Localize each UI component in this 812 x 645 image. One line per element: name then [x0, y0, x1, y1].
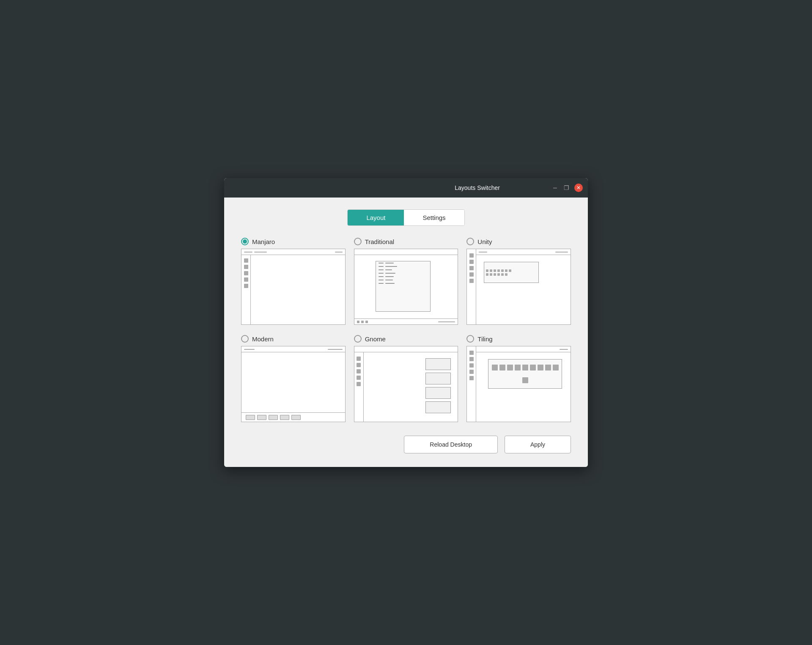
preview-traditional — [354, 249, 458, 325]
preview-traditional-topbar — [354, 249, 458, 255]
layout-name-manjaro: Manjaro — [252, 238, 275, 245]
layout-item-gnome[interactable]: Gnome — [354, 335, 458, 422]
preview-gnome-leftdock — [354, 352, 364, 422]
radio-modern[interactable] — [241, 335, 249, 343]
preview-tiling — [466, 346, 571, 422]
layout-name-traditional: Traditional — [365, 238, 394, 245]
preview-manjaro-topbar — [241, 249, 345, 255]
layout-name-modern: Modern — [252, 335, 274, 343]
tab-settings[interactable]: Settings — [404, 210, 464, 225]
apply-button[interactable]: Apply — [505, 436, 571, 453]
preview-gnome-topbar — [354, 346, 458, 352]
preview-manjaro-leftpanel — [241, 255, 251, 324]
preview-traditional-windowbox — [376, 261, 431, 312]
layout-label-manjaro: Manjaro — [241, 238, 346, 245]
window-title: Layouts Switcher — [403, 184, 551, 191]
tab-bar: Layout Settings — [241, 209, 571, 226]
maximize-button[interactable]: ❐ — [562, 184, 571, 191]
layout-name-tiling: Tiling — [477, 335, 492, 343]
preview-traditional-bottombar — [354, 318, 458, 324]
layout-name-unity: Unity — [477, 238, 492, 245]
preview-modern — [241, 346, 346, 422]
preview-unity-panelbox — [484, 262, 539, 283]
preview-gnome-windows — [425, 358, 451, 413]
layout-grid: Manjaro — [241, 238, 571, 422]
layout-label-modern: Modern — [241, 335, 346, 343]
preview-manjaro — [241, 249, 346, 325]
close-button[interactable]: ✕ — [574, 184, 583, 192]
preview-unity-leftpanel — [467, 249, 476, 324]
preview-unity — [466, 249, 571, 325]
main-window: Layouts Switcher – ❐ ✕ Layout Settings M… — [224, 178, 588, 467]
radio-gnome[interactable] — [354, 335, 362, 343]
preview-tiling-centerbox — [488, 359, 562, 389]
layout-label-gnome: Gnome — [354, 335, 458, 343]
layout-item-tiling[interactable]: Tiling — [466, 335, 571, 422]
reload-desktop-button[interactable]: Reload Desktop — [404, 436, 498, 453]
layout-item-manjaro[interactable]: Manjaro — [241, 238, 346, 325]
tab-layout[interactable]: Layout — [348, 210, 404, 225]
radio-traditional[interactable] — [354, 238, 362, 245]
layout-name-gnome: Gnome — [365, 335, 386, 343]
preview-tiling-leftpanel — [467, 346, 476, 422]
titlebar: Layouts Switcher – ❐ ✕ — [224, 178, 588, 198]
layout-label-traditional: Traditional — [354, 238, 458, 245]
preview-modern-taskbar — [241, 412, 345, 422]
layout-item-modern[interactable]: Modern — [241, 335, 346, 422]
bottom-bar: Reload Desktop Apply — [241, 434, 571, 453]
layout-item-traditional[interactable]: Traditional — [354, 238, 458, 325]
layout-label-unity: Unity — [466, 238, 571, 245]
preview-modern-topbar — [241, 346, 345, 352]
minimize-button[interactable]: – — [551, 184, 559, 192]
layout-label-tiling: Tiling — [466, 335, 571, 343]
tab-group: Layout Settings — [347, 209, 464, 226]
titlebar-controls: – ❐ ✕ — [551, 184, 583, 192]
radio-unity[interactable] — [466, 238, 474, 245]
content-area: Layout Settings Manjaro — [224, 198, 588, 467]
preview-gnome — [354, 346, 458, 422]
radio-tiling[interactable] — [466, 335, 474, 343]
layout-item-unity[interactable]: Unity — [466, 238, 571, 325]
preview-tiling-topbar — [476, 346, 571, 352]
radio-manjaro[interactable] — [241, 238, 249, 245]
preview-unity-topbar — [476, 249, 571, 255]
